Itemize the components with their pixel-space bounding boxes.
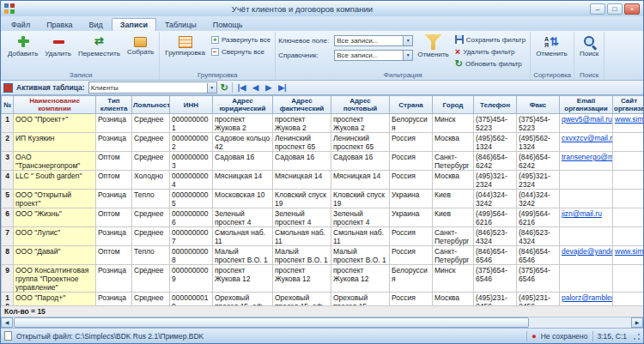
table-cell[interactable]: Среднее — [132, 227, 170, 246]
table-cell[interactable]: (499)564-6216 — [474, 208, 517, 227]
table-cell[interactable]: palorz@rambler.ru — [560, 293, 613, 306]
tab-help[interactable]: Помощь — [205, 19, 251, 31]
minimize-button[interactable]: – — [590, 3, 605, 15]
table-cell[interactable] — [613, 227, 644, 246]
table-cell[interactable]: (375)454-5223 — [517, 114, 560, 133]
table-cell[interactable]: (495)321-2324 — [474, 171, 517, 190]
table-cell[interactable]: Зеленый проспект 4 — [331, 208, 390, 227]
table-row[interactable]: 4LLC " South garden"ОптомХолодно00000000… — [2, 171, 644, 190]
table-cell[interactable]: Минск — [433, 265, 474, 293]
table-cell[interactable]: Среднее — [132, 208, 170, 227]
table-cell[interactable]: Мясницкая 14 — [273, 171, 331, 190]
table-cell[interactable]: transenergo@mail.ru — [560, 152, 613, 171]
email-link[interactable]: transenergo@mail.ru — [562, 153, 613, 161]
table-cell[interactable]: (499)564-6216 — [517, 208, 560, 227]
table-cell[interactable] — [560, 190, 613, 208]
table-cell[interactable] — [613, 208, 644, 227]
table-cell[interactable]: проспект Жукова 2 — [273, 114, 331, 133]
scroll-left-button[interactable]: ◀ — [1, 317, 13, 328]
table-cell[interactable]: проспект Жукова 12 — [273, 265, 331, 293]
table-cell[interactable]: Россия — [390, 293, 433, 306]
table-cell[interactable]: Санкт-Петербург — [433, 227, 474, 246]
table-cell[interactable]: jizn@mail.ru — [560, 208, 613, 227]
reference-select[interactable]: Все записи... ▼ — [334, 50, 413, 61]
table-cell[interactable]: Кловский спуск 19 — [273, 190, 331, 208]
table-cell[interactable]: ООО "Проект+" — [14, 114, 96, 133]
table-cell[interactable]: ООО "Лулис" — [14, 227, 96, 246]
table-cell[interactable]: Зеленый проспект 4 — [273, 208, 331, 227]
table-cell[interactable] — [560, 265, 613, 293]
table-cell[interactable]: Малый проспект В.О. 1 — [273, 246, 331, 265]
update-filter-button[interactable]: ↻ Обновить фильтр — [453, 58, 527, 69]
table-cell[interactable]: 0000000005 — [170, 190, 213, 208]
add-record-button[interactable]: Добавить — [5, 33, 40, 70]
column-header[interactable]: Факс — [517, 96, 560, 114]
table-cell[interactable]: Оптом — [96, 171, 132, 190]
table-cell[interactable]: Кловский спуск 19 — [331, 190, 390, 208]
table-cell[interactable]: 0000000003 — [170, 152, 213, 171]
table-cell[interactable]: Розница — [96, 190, 132, 208]
table-cell[interactable] — [560, 227, 613, 246]
table-cell[interactable]: 0000000009 — [170, 265, 213, 293]
column-header[interactable]: Тип клиента — [96, 96, 132, 114]
table-cell[interactable] — [613, 133, 644, 152]
table-cell[interactable]: Розница — [96, 114, 132, 133]
email-link[interactable]: devajde@yandex.ru — [562, 247, 613, 256]
table-cell[interactable]: Ленинский проспект 65 — [331, 133, 390, 152]
table-cell[interactable]: ООО "Жизнь" — [14, 208, 96, 227]
table-cell[interactable]: Среднее — [132, 265, 170, 293]
table-cell[interactable]: 6 — [2, 208, 14, 227]
table-cell[interactable]: Москва — [433, 171, 474, 190]
chevron-down-icon[interactable]: ▼ — [403, 51, 412, 60]
table-cell[interactable]: проспект Жукова 12 — [213, 265, 273, 293]
table-cell[interactable]: Киев — [433, 208, 474, 227]
table-cell[interactable]: 0000000002 — [170, 133, 213, 152]
active-table-select[interactable]: Клиенты ▼ — [88, 81, 217, 94]
tab-records[interactable]: Записи — [112, 18, 156, 31]
table-cell[interactable]: ООО Консалтинговая группа "Проектное упр… — [14, 265, 96, 293]
table-cell[interactable]: Белоруссия — [390, 114, 433, 133]
table-cell[interactable]: (495)562-1324 — [474, 133, 517, 152]
table-cell[interactable]: ООО "Парод+" — [14, 293, 96, 306]
table-cell[interactable]: ОАО "Трансэнергопром" — [14, 152, 96, 171]
table-cell[interactable]: 0000000004 — [170, 171, 213, 190]
table-cell[interactable]: (846)654-6242 — [474, 152, 517, 171]
column-header[interactable]: Город — [433, 96, 474, 114]
table-row[interactable]: 7ООО "Лулис"РозницаСреднее0000000007Смол… — [2, 227, 644, 246]
table-cell[interactable]: 0000000008 — [170, 246, 213, 265]
table-cell[interactable]: www.simpl... — [613, 114, 644, 133]
table-cell[interactable]: Белоруссия — [390, 265, 433, 293]
table-cell[interactable]: Розница — [96, 133, 132, 152]
table-cell[interactable]: Тепло — [132, 246, 170, 265]
maximize-button[interactable]: □ — [607, 3, 623, 15]
column-header[interactable]: № — [2, 96, 14, 114]
table-cell[interactable]: (044)324-3242 — [474, 190, 517, 208]
table-cell[interactable]: Россия — [390, 246, 433, 265]
email-link[interactable]: jizn@mail.ru — [562, 209, 602, 218]
table-cell[interactable]: 5 — [2, 190, 14, 208]
move-record-button[interactable]: ⇄ Переместить — [76, 33, 123, 70]
table-cell[interactable]: 2 — [2, 133, 14, 152]
table-cell[interactable] — [613, 293, 644, 306]
table-cell[interactable]: (495)231-2456 — [517, 293, 560, 306]
table-cell[interactable]: Россия — [390, 133, 433, 152]
delete-record-button[interactable]: Удалить — [42, 33, 74, 70]
table-cell[interactable]: ИП Кузякин — [14, 133, 96, 152]
table-cell[interactable]: qwev5@mail.ru — [560, 114, 613, 133]
table-cell[interactable]: (044)324-3242 — [517, 190, 560, 208]
tab-view[interactable]: Вид — [82, 19, 111, 31]
table-cell[interactable]: Оптом — [96, 152, 132, 171]
table-cell[interactable]: Среднее — [132, 152, 170, 171]
cancel-filter-button[interactable]: Отменить — [415, 33, 452, 70]
delete-filter-button[interactable]: × Удалить фильтр — [453, 46, 527, 57]
save-filter-button[interactable]: Сохранить фильтр — [453, 34, 527, 45]
table-cell[interactable]: 0000000007 — [170, 227, 213, 246]
email-link[interactable]: palorz@rambler.ru — [562, 293, 613, 302]
table-cell[interactable]: 10 — [2, 293, 14, 306]
table-cell[interactable]: Ореховый проезд 15, оф. 214 — [213, 293, 273, 306]
table-cell[interactable] — [613, 265, 644, 293]
table-cell[interactable]: Смольная наб. 11 — [273, 227, 331, 246]
column-header[interactable]: Наименование компании — [14, 96, 96, 114]
table-cell[interactable]: Холодно — [132, 171, 170, 190]
column-header[interactable]: Адрес юридический — [213, 96, 273, 114]
